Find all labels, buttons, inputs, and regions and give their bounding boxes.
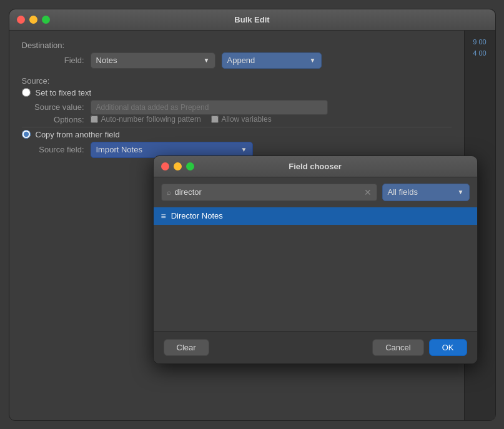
left-panel: Destination: Field: Notes ▼ Append ▼ Sou… <box>9 31 464 420</box>
copy-from-radio[interactable] <box>22 130 31 139</box>
chooser-search-row: ⌕ ✕ All fields ▼ <box>154 177 477 206</box>
all-fields-dropdown[interactable]: All fields ▼ <box>382 184 470 201</box>
set-fixed-radio[interactable] <box>22 88 31 97</box>
list-item-label: Director Notes <box>171 211 223 220</box>
field-chooser-dialog: Field chooser ⌕ ✕ All fields ▼ ≡ <box>153 155 478 364</box>
chooser-maximize-button[interactable] <box>186 162 194 170</box>
options-label: Options: <box>34 115 84 124</box>
title-bar: Bulk Edit <box>9 9 495 31</box>
source-section: Source: Set to fixed text Source value: … <box>22 76 452 158</box>
destination-label: Destination: <box>22 41 452 50</box>
copy-from-row: Copy from another field <box>22 130 452 139</box>
auto-number-item: Auto-number following pattern <box>91 115 201 124</box>
chooser-list: ≡ Director Notes <box>154 206 477 331</box>
source-value-input[interactable] <box>91 100 328 115</box>
set-fixed-label: Set to fixed text <box>36 88 92 97</box>
all-fields-arrow: ▼ <box>458 189 464 195</box>
allow-variables-item: Allow variables <box>211 115 272 124</box>
chooser-controls <box>161 162 194 170</box>
checkbox-group: Auto-number following pattern Allow vari… <box>91 115 272 124</box>
window-controls <box>17 16 50 24</box>
divider <box>22 127 452 127</box>
allow-variables-checkbox[interactable] <box>211 116 219 123</box>
source-value-row: Source value: <box>34 100 452 115</box>
destination-field-row: Field: Notes ▼ Append ▼ <box>34 52 452 69</box>
search-box: ⌕ ✕ <box>161 184 377 201</box>
chooser-title: Field chooser <box>289 162 342 171</box>
close-button[interactable] <box>17 16 25 24</box>
clear-button[interactable]: Clear <box>164 339 209 356</box>
list-item[interactable]: ≡ Director Notes <box>154 207 477 225</box>
field-label: Field: <box>34 56 84 65</box>
destination-section: Destination: Field: Notes ▼ Append ▼ <box>22 41 452 69</box>
list-item-icon: ≡ <box>161 211 166 221</box>
copy-from-label: Copy from another field <box>36 130 120 139</box>
field-dropdown-arrow: ▼ <box>204 57 210 64</box>
source-field-value: Import Notes <box>96 145 142 154</box>
chooser-minimize-button[interactable] <box>174 162 182 170</box>
search-icon: ⌕ <box>167 188 171 197</box>
search-clear-icon[interactable]: ✕ <box>364 187 372 197</box>
main-content: Destination: Field: Notes ▼ Append ▼ Sou… <box>9 31 495 420</box>
minimize-button[interactable] <box>29 16 37 24</box>
auto-number-label: Auto-number following pattern <box>101 115 201 124</box>
source-field-label: Source field: <box>34 145 84 154</box>
right-panel-numbers: 9 00 4 00 <box>467 36 493 59</box>
auto-number-checkbox[interactable] <box>91 116 98 123</box>
field-dropdown[interactable]: Notes ▼ <box>91 52 215 69</box>
right-panel-number-1: 9 00 <box>468 38 492 46</box>
source-value-label: Source value: <box>34 102 84 112</box>
chooser-title-bar: Field chooser <box>154 156 477 177</box>
cancel-button[interactable]: Cancel <box>372 339 423 356</box>
maximize-button[interactable] <box>42 16 50 24</box>
main-window: Bulk Edit Destination: Field: Notes ▼ Ap… <box>9 9 496 421</box>
field-dropdown-value: Notes <box>96 56 117 65</box>
action-dropdown-value: Append <box>227 56 255 65</box>
source-field-arrow: ▼ <box>241 146 247 153</box>
source-options-row: Options: Auto-number following pattern A… <box>34 115 452 124</box>
ok-button[interactable]: OK <box>429 339 467 356</box>
all-fields-label: All fields <box>388 187 418 197</box>
chooser-close-button[interactable] <box>161 162 169 170</box>
source-label: Source: <box>22 76 452 86</box>
footer-right: Cancel OK <box>372 339 467 356</box>
right-panel-number-2: 4 00 <box>468 49 492 57</box>
set-fixed-row: Set to fixed text <box>22 88 452 97</box>
chooser-footer: Clear Cancel OK <box>154 331 477 363</box>
allow-variables-label: Allow variables <box>222 115 272 124</box>
search-input[interactable] <box>175 187 362 197</box>
window-title: Bulk Edit <box>234 15 269 24</box>
action-dropdown[interactable]: Append ▼ <box>222 52 322 69</box>
action-dropdown-arrow: ▼ <box>310 57 316 64</box>
